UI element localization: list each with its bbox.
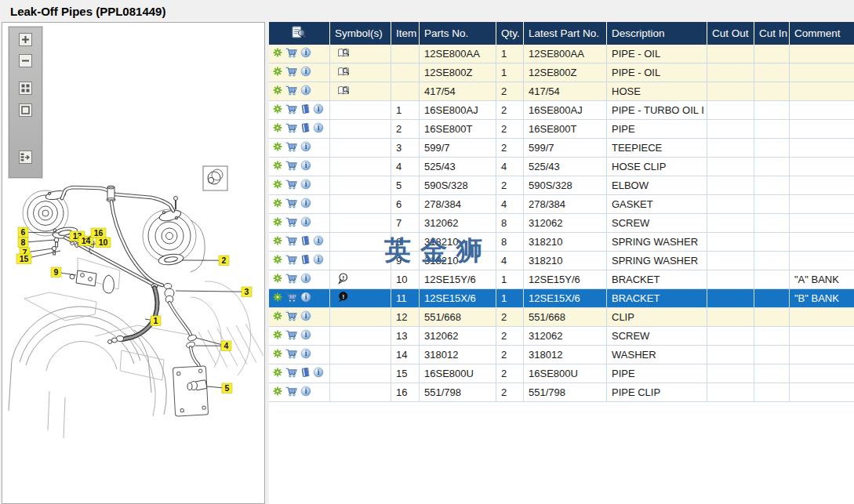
cart-icon[interactable]: [285, 179, 298, 192]
table-row[interactable]: 15 16SE800U 2 16SE800U PIPE: [269, 364, 854, 383]
info-icon[interactable]: [300, 85, 311, 98]
symbol-callout-outline-icon[interactable]: [337, 273, 349, 287]
table-row[interactable]: 11 12SE15X/6 1 12SE15X/6 BRACKET "B" BAN…: [269, 289, 854, 308]
cart-icon[interactable]: [285, 235, 298, 248]
gear-icon[interactable]: [273, 386, 282, 398]
book-icon[interactable]: [300, 254, 311, 267]
table-row[interactable]: 1 16SE800AJ 2 16SE800AJ PIPE - TURBO OIL…: [269, 101, 854, 120]
cart-icon[interactable]: [285, 386, 298, 399]
row-actions: [269, 383, 330, 402]
table-row[interactable]: 9 318210 4 318210 SPRING WASHER: [269, 252, 854, 270]
toggle-panel-button[interactable]: [19, 150, 32, 164]
table-row[interactable]: 8 318210 8 318210 SPRING WASHER: [269, 233, 854, 252]
table-row[interactable]: 7 312062 8 312062 SCREW: [269, 214, 854, 233]
book-icon[interactable]: [300, 103, 311, 117]
info-icon[interactable]: [300, 198, 311, 211]
gear-icon[interactable]: [273, 330, 282, 342]
info-icon[interactable]: [300, 292, 311, 305]
table-row[interactable]: 12SE800AA 1 12SE800AA PIPE - OIL: [269, 45, 854, 63]
info-icon[interactable]: [313, 122, 324, 136]
cart-icon[interactable]: [285, 254, 298, 267]
gear-icon[interactable]: [273, 104, 282, 116]
book-icon[interactable]: [300, 122, 311, 136]
info-icon[interactable]: [300, 348, 311, 361]
cart-icon[interactable]: [285, 367, 298, 380]
info-icon[interactable]: [300, 179, 311, 192]
gear-icon[interactable]: [273, 67, 282, 78]
info-icon[interactable]: [313, 235, 324, 248]
gear-icon[interactable]: [273, 292, 282, 304]
info-icon[interactable]: [300, 66, 311, 79]
header-search-cell[interactable]: [269, 22, 330, 45]
table-row[interactable]: 2 16SE800T 2 16SE800T PIPE: [269, 120, 854, 139]
tile-views-button[interactable]: [19, 82, 32, 95]
gear-icon[interactable]: [273, 311, 282, 323]
info-icon[interactable]: [300, 160, 311, 173]
table-row[interactable]: 4 525/43 4 525/43 HOSE CLIP: [269, 158, 854, 176]
gear-icon[interactable]: [273, 85, 282, 97]
info-icon[interactable]: [313, 103, 324, 117]
table-row[interactable]: 14 318012 2 318012 WASHER: [269, 346, 854, 364]
single-view-icon: [21, 106, 30, 114]
symbol-book-icon[interactable]: [337, 85, 351, 99]
info-icon[interactable]: [300, 216, 311, 230]
symbol-callout-filled-icon[interactable]: [337, 292, 349, 306]
info-icon[interactable]: [313, 367, 324, 380]
cart-icon[interactable]: [285, 141, 298, 154]
cut-in-cell: [754, 82, 790, 101]
info-icon[interactable]: [300, 386, 311, 399]
table-row[interactable]: 5 590S/328 2 590S/328 ELBOW: [269, 176, 854, 195]
info-icon[interactable]: [300, 141, 311, 154]
gear-icon[interactable]: [273, 349, 282, 361]
symbol-book-icon[interactable]: [337, 66, 351, 80]
symbol-book-icon[interactable]: [337, 47, 351, 61]
info-icon[interactable]: [300, 329, 311, 343]
comment-cell: [790, 139, 854, 158]
gear-icon[interactable]: [273, 179, 282, 191]
gear-icon[interactable]: [273, 198, 282, 210]
book-icon[interactable]: [300, 235, 311, 248]
single-view-button[interactable]: [19, 103, 32, 117]
gear-icon[interactable]: [273, 255, 282, 267]
table-row[interactable]: 3 599/7 2 599/7 TEEPIECE: [269, 139, 854, 158]
table-row[interactable]: 10 12SE15Y/6 1 12SE15Y/6 BRACKET "A" BAN…: [269, 270, 854, 289]
info-icon[interactable]: [313, 254, 324, 267]
symbol-cell: [330, 252, 391, 270]
cart-icon[interactable]: [285, 160, 298, 173]
cart-icon[interactable]: [285, 103, 298, 117]
cart-icon[interactable]: [285, 216, 298, 230]
table-row[interactable]: 12SE800Z 1 12SE800Z PIPE - OIL: [269, 63, 854, 82]
cart-icon[interactable]: [285, 292, 298, 305]
comment-cell: [790, 101, 854, 120]
cart-icon[interactable]: [285, 198, 298, 211]
zoom-in-button[interactable]: [19, 33, 32, 46]
gear-icon[interactable]: [273, 236, 282, 248]
info-icon[interactable]: [300, 310, 311, 324]
table-row[interactable]: 16 551/798 2 551/798 PIPE CLIP: [269, 383, 854, 402]
cart-icon[interactable]: [285, 85, 298, 98]
gear-icon[interactable]: [273, 274, 282, 285]
zoom-out-button[interactable]: [19, 54, 32, 67]
table-row[interactable]: 417/54 2 417/54 HOSE: [269, 82, 854, 101]
table-row[interactable]: 13 312062 2 312062 SCREW: [269, 327, 854, 346]
gear-icon[interactable]: [273, 161, 282, 172]
cart-icon[interactable]: [285, 122, 298, 136]
book-icon[interactable]: [300, 367, 311, 380]
table-row[interactable]: 6 278/384 4 278/384 GASKET: [269, 195, 854, 214]
parts-no-cell: 12SE15X/6: [420, 289, 496, 308]
gear-icon[interactable]: [273, 48, 282, 60]
cart-icon[interactable]: [285, 273, 298, 286]
info-icon[interactable]: [300, 47, 311, 60]
info-icon[interactable]: [300, 273, 311, 286]
cart-icon[interactable]: [285, 66, 298, 79]
gear-icon[interactable]: [273, 142, 282, 154]
cart-icon[interactable]: [285, 47, 298, 60]
gear-icon[interactable]: [273, 368, 282, 379]
gear-icon[interactable]: [273, 123, 282, 135]
table-row[interactable]: 12 551/668 2 551/668 CLIP: [269, 308, 854, 327]
cart-icon[interactable]: [285, 348, 298, 361]
cart-icon[interactable]: [285, 329, 298, 343]
symbol-cell: [330, 327, 391, 346]
gear-icon[interactable]: [273, 217, 282, 229]
cart-icon[interactable]: [285, 310, 298, 324]
